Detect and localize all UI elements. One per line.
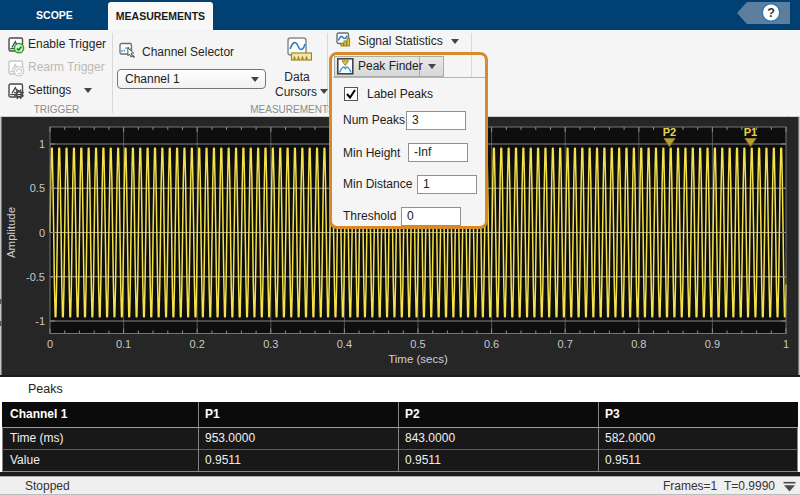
svg-text:0.9: 0.9 [705, 338, 720, 350]
svg-text:0.6: 0.6 [484, 338, 499, 350]
svg-text:1: 1 [39, 138, 45, 150]
svg-text:-0.5: -0.5 [26, 271, 45, 283]
svg-text:0.1: 0.1 [116, 338, 131, 350]
svg-text:?: ? [767, 6, 775, 20]
svg-text:0.3: 0.3 [263, 338, 278, 350]
svg-text:0.7: 0.7 [558, 338, 573, 350]
svg-text:0.5: 0.5 [30, 182, 45, 194]
svg-text:0.5: 0.5 [410, 338, 425, 350]
svg-text:P1: P1 [744, 126, 757, 138]
svg-text:Amplitude: Amplitude [5, 207, 17, 258]
svg-text:0: 0 [47, 338, 53, 350]
svg-text:-1: -1 [35, 315, 45, 327]
svg-text:0.2: 0.2 [190, 338, 205, 350]
svg-text:Time (secs): Time (secs) [388, 353, 448, 365]
svg-text:P2: P2 [663, 126, 676, 138]
svg-text:0.4: 0.4 [337, 338, 352, 350]
svg-text:0.8: 0.8 [631, 338, 646, 350]
svg-text:0: 0 [39, 227, 45, 239]
svg-text:1: 1 [783, 338, 789, 350]
